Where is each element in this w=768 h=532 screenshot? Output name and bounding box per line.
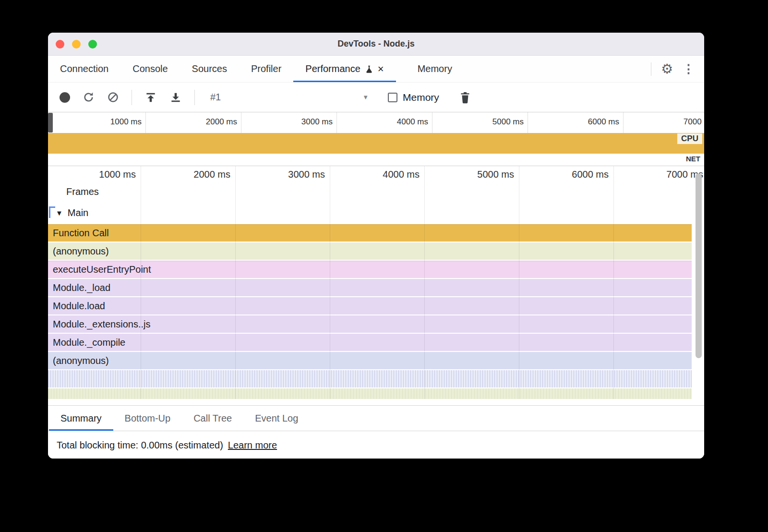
flame-bar-label: (anonymous) [53, 246, 109, 257]
flame-bar-module-compile[interactable]: Module._compile [48, 334, 692, 351]
divider [651, 62, 651, 76]
tab-console[interactable]: Console [120, 56, 180, 82]
load-profile-button[interactable] [144, 91, 157, 104]
ruler-tick: 3000 ms [272, 169, 325, 180]
collapse-triangle-icon[interactable]: ▼ [56, 209, 63, 217]
ruler-tick: 5000 ms [461, 169, 514, 180]
zoom-window-button[interactable] [88, 40, 97, 48]
tab-label: Profiler [251, 63, 281, 74]
ruler-tick: 6000 ms [576, 117, 619, 127]
ruler-tick: 6000 ms [556, 169, 609, 180]
cpu-activity-band[interactable]: CPU [48, 133, 704, 154]
main-track-marker [49, 206, 55, 208]
memory-checkbox-group: Memory [388, 92, 439, 103]
tab-memory[interactable]: Memory [406, 56, 464, 82]
tab-label: Event Log [255, 413, 298, 424]
divider [132, 90, 132, 105]
performance-toolbar: #1 ▼ Memory [48, 83, 704, 112]
ruler-tick: 4000 ms [367, 169, 420, 180]
flame-bar-dense-calls-2[interactable] [48, 388, 692, 399]
ruler-tick: 2000 ms [194, 117, 237, 127]
flame-bar-module-load[interactable]: Module.load [48, 297, 692, 314]
more-options-icon[interactable]: ⋮ [683, 63, 695, 75]
spacer [48, 399, 704, 405]
flame-bar-module-load-underscore[interactable]: Module._load [48, 279, 692, 296]
tab-label: Console [132, 63, 168, 74]
flame-rows: Function Call (anonymous) executeUserEnt… [48, 224, 692, 399]
frames-track-label[interactable]: Frames [66, 186, 99, 197]
reload-and-record-button[interactable] [83, 91, 95, 103]
tab-label: Performance [305, 63, 360, 74]
close-window-button[interactable] [56, 40, 64, 48]
tab-summary[interactable]: Summary [49, 406, 113, 431]
overview-ruler: 1000 ms 2000 ms 3000 ms 4000 ms 5000 ms … [48, 112, 704, 133]
flame-bar-execute-user-entry-point[interactable]: executeUserEntryPoint [48, 261, 692, 278]
flame-bar-label: Module._load [53, 282, 110, 293]
chevron-down-icon: ▼ [362, 94, 369, 101]
tab-connection[interactable]: Connection [48, 56, 120, 82]
divider [194, 90, 195, 105]
ruler-tick: 3000 ms [289, 117, 333, 127]
flame-bar-label: Module._extensions..js [53, 319, 150, 330]
network-activity-band[interactable]: NET [48, 154, 704, 166]
flame-bar-label: Module._compile [53, 337, 125, 348]
ruler-tick: 1000 ms [83, 169, 136, 180]
tab-sources[interactable]: Sources [180, 56, 239, 82]
tab-label: Memory [418, 63, 452, 74]
close-tab-icon[interactable]: × [378, 64, 384, 74]
ruler-tick: 4000 ms [385, 117, 428, 127]
flame-bar-function-call[interactable]: Function Call [48, 224, 692, 242]
minimize-window-button[interactable] [72, 40, 81, 48]
ruler-tick: 1000 ms [98, 117, 142, 127]
memory-checkbox-label: Memory [403, 92, 439, 103]
delete-recording-trash-icon[interactable] [459, 91, 471, 104]
panel-tab-bar: Connection Console Sources Profiler Perf… [48, 56, 704, 83]
flame-bar-label: Module.load [53, 301, 105, 312]
main-track-header[interactable]: ▼ Main [56, 207, 88, 218]
details-tab-bar: Summary Bottom-Up Call Tree Event Log [48, 405, 704, 431]
record-button[interactable] [60, 92, 70, 103]
flame-bar-anonymous-2[interactable]: (anonymous) [48, 352, 692, 369]
vertical-scrollbar[interactable] [696, 173, 702, 358]
flame-bar-label: (anonymous) [53, 355, 109, 366]
settings-gear-icon[interactable]: ⚙ [661, 62, 673, 76]
overview-left-grip[interactable] [48, 113, 53, 133]
flask-icon [365, 65, 373, 73]
memory-checkbox[interactable] [388, 93, 397, 102]
tab-event-log[interactable]: Event Log [243, 406, 310, 431]
clear-recordings-icon[interactable] [107, 91, 119, 103]
total-blocking-time-text: Total blocking time: 0.00ms (estimated) [57, 440, 223, 451]
learn-more-link[interactable]: Learn more [228, 440, 277, 451]
profile-select[interactable]: #1 ▼ [210, 92, 369, 103]
flame-bar-module-extensions-js[interactable]: Module._extensions..js [48, 315, 692, 333]
tab-profiler[interactable]: Profiler [239, 56, 293, 82]
timeline-overview[interactable]: 1000 ms 2000 ms 3000 ms 4000 ms 5000 ms … [48, 112, 704, 166]
window-title: DevTools - Node.js [48, 39, 704, 49]
net-band-label: NET [684, 155, 702, 163]
flame-bar-label: Function Call [53, 228, 109, 239]
tab-label: Bottom-Up [125, 413, 171, 424]
main-track-marker [49, 206, 50, 218]
ruler-tick: 5000 ms [480, 117, 524, 127]
ruler-tick: 7000 ms [672, 117, 704, 127]
cpu-band-label: CPU [677, 133, 702, 144]
tab-bottom-up[interactable]: Bottom-Up [113, 406, 182, 431]
tab-label: Sources [192, 63, 227, 74]
tab-label: Call Tree [193, 413, 232, 424]
status-bar: Total blocking time: 0.00ms (estimated) … [48, 431, 704, 459]
flame-bar-dense-calls[interactable] [48, 370, 692, 387]
main-track-label: Main [68, 207, 88, 218]
traffic-lights [56, 40, 97, 48]
profile-select-value: #1 [210, 92, 221, 103]
devtools-window: DevTools - Node.js Connection Console So… [48, 33, 704, 459]
tab-label: Summary [60, 413, 102, 424]
save-profile-button[interactable] [169, 91, 182, 104]
flame-bar-label: executeUserEntryPoint [53, 264, 151, 275]
tab-call-tree[interactable]: Call Tree [182, 406, 243, 431]
tab-performance[interactable]: Performance × [293, 56, 396, 82]
title-bar: DevTools - Node.js [48, 33, 704, 56]
ruler-tick: 2000 ms [178, 169, 230, 180]
flame-bar-anonymous[interactable]: (anonymous) [48, 242, 692, 260]
tab-bar-right-controls: ⚙ ⋮ [651, 56, 704, 82]
tab-label: Connection [60, 63, 108, 74]
